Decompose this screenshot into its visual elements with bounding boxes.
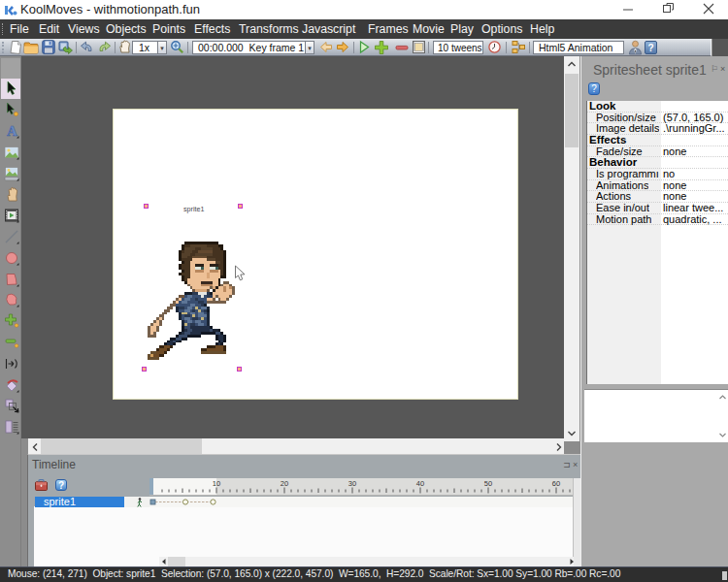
svg-text:10: 10 [213,479,220,488]
svg-text:20: 20 [281,479,288,488]
svg-text:30: 30 [348,479,356,488]
svg-text:40: 40 [416,479,424,488]
svg-text:A: A [7,123,17,139]
svg-text:60: 60 [552,479,560,488]
svg-text:50: 50 [484,479,492,488]
